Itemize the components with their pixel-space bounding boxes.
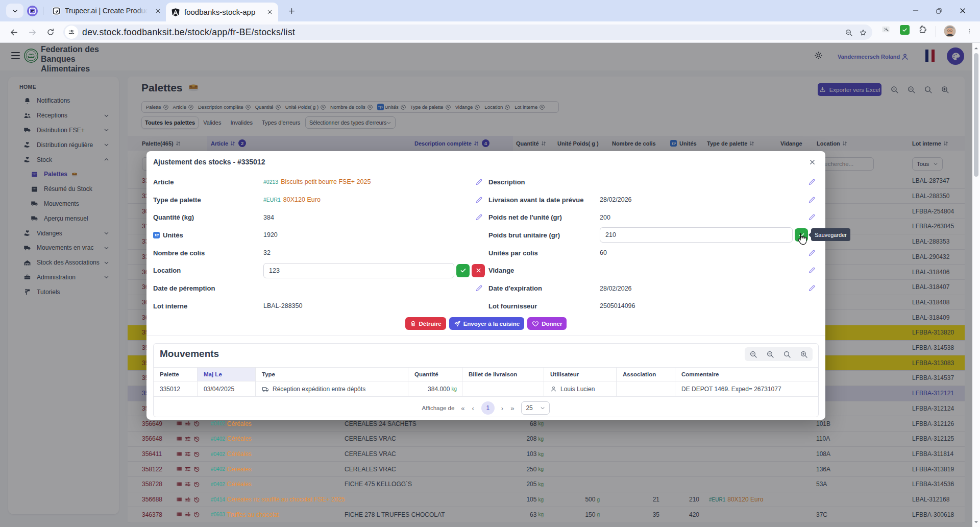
- edit-pencil-icon[interactable]: [808, 267, 816, 274]
- zoom-indicator-icon[interactable]: [845, 28, 853, 37]
- edit-pencil-icon[interactable]: [808, 249, 816, 257]
- check-extension-icon[interactable]: [900, 25, 910, 35]
- send-icon: [454, 320, 461, 327]
- capture-extension-icon[interactable]: [881, 25, 890, 34]
- prev-page-icon[interactable]: ‹: [472, 404, 475, 412]
- trash-icon: [410, 320, 416, 327]
- save-tooltip: Sauvegarder: [811, 228, 850, 241]
- column-header[interactable]: Utilisateur: [544, 368, 617, 381]
- first-page-icon[interactable]: «: [461, 404, 465, 412]
- tabstrip-separator: [43, 7, 43, 15]
- screen: Trupeer.ai | Create Product Vide foodban…: [0, 0, 980, 527]
- scroll-down-arrow[interactable]: [972, 518, 980, 526]
- last-page-icon[interactable]: »: [510, 404, 514, 412]
- edit-pencil-icon[interactable]: [808, 178, 816, 186]
- tab-title: foodbanks-stock-app: [184, 8, 256, 16]
- current-page[interactable]: 1: [481, 401, 495, 415]
- next-page-icon[interactable]: ›: [501, 404, 504, 412]
- modal-field-row: Description: [488, 173, 819, 191]
- page-size-select[interactable]: 25: [521, 401, 550, 415]
- scroll-up-arrow[interactable]: [972, 44, 980, 52]
- column-header[interactable]: Billet de livraison: [462, 368, 544, 381]
- destroy-button[interactable]: Détruire: [405, 317, 446, 330]
- mouse-cursor: [795, 232, 808, 246]
- address-bar[interactable]: dev.stock.foodbanksit.be/stock/app/fr-BE…: [63, 25, 872, 40]
- cancel-button[interactable]: [472, 264, 485, 277]
- url-text: dev.stock.foodbanksit.be/stock/app/fr-BE…: [82, 27, 295, 38]
- tab-close-icon[interactable]: [154, 6, 162, 15]
- site-settings-icon[interactable]: [65, 26, 78, 39]
- toolbar-separator: [936, 26, 936, 37]
- record-extension-icon[interactable]: [27, 5, 38, 17]
- zoom-in-icon[interactable]: [800, 350, 808, 358]
- modal-field-row: Poids net de l'unité (gr) 200: [488, 208, 819, 226]
- column-header[interactable]: Association: [617, 368, 675, 381]
- chevron-down-icon: [540, 405, 545, 411]
- modal-field-row: Poids brut unitaire (gr) 210: [488, 226, 819, 244]
- donate-button[interactable]: Donner: [527, 317, 567, 330]
- window-restore-button[interactable]: [935, 0, 943, 21]
- zoom-out-icon[interactable]: [766, 350, 774, 358]
- bookmark-star-icon[interactable]: [859, 28, 867, 37]
- gross-weight-input[interactable]: 210: [600, 227, 793, 243]
- column-header[interactable]: Quantité: [408, 368, 462, 381]
- modal-field-row: Unités par colis 60: [488, 244, 819, 262]
- profile-avatar[interactable]: [944, 25, 956, 37]
- extensions-puzzle-icon[interactable]: [918, 25, 927, 34]
- edit-pencil-icon[interactable]: [475, 196, 483, 204]
- edit-pencil-icon[interactable]: [808, 213, 816, 221]
- browser-menu-icon[interactable]: [966, 26, 972, 37]
- person-icon: [550, 386, 557, 392]
- modal-field-row: Lot fournisseur 2505014096: [488, 297, 819, 315]
- column-header[interactable]: Commentaire: [675, 368, 819, 381]
- browser-tabstrip: Trupeer.ai | Create Product Vide foodban…: [0, 0, 980, 21]
- modal-field-row: Livraison avant la date prévue 28/02/202…: [488, 191, 819, 209]
- heart-icon: [532, 320, 539, 327]
- reload-button[interactable]: [44, 26, 57, 39]
- mouvements-zoom-toolbar: [745, 347, 813, 361]
- browser-toolbar: dev.stock.foodbanksit.be/stock/app/fr-BE…: [0, 21, 980, 43]
- edit-pencil-icon[interactable]: [475, 178, 483, 186]
- trupeer-favicon: [52, 6, 61, 16]
- back-button[interactable]: [7, 26, 20, 39]
- confirm-button[interactable]: [456, 264, 470, 277]
- tab-search-button[interactable]: [6, 4, 23, 18]
- modal-field-row: Date d'expiration 28/02/2026: [488, 279, 819, 297]
- forward-button[interactable]: [26, 26, 39, 39]
- edit-pencil-icon[interactable]: [475, 284, 483, 292]
- window-close-button[interactable]: [959, 0, 967, 21]
- edit-pencil-icon[interactable]: [808, 284, 816, 292]
- tab-close-icon[interactable]: [265, 8, 274, 17]
- browser-tab-trupeer[interactable]: Trupeer.ai | Create Product Vide: [47, 3, 162, 18]
- edit-pencil-icon[interactable]: [475, 213, 483, 221]
- vertical-scrollbar[interactable]: [972, 43, 980, 527]
- edit-pencil-icon[interactable]: [808, 196, 816, 204]
- modal-title: Ajustement des stocks - #335012: [153, 158, 265, 166]
- column-header[interactable]: Palette: [153, 368, 198, 381]
- angular-favicon: [171, 7, 180, 17]
- modal-field-row: Vidange: [488, 262, 819, 280]
- scrollbar-thumb[interactable]: [974, 53, 978, 177]
- zoom-out-icon[interactable]: [749, 350, 757, 358]
- tab-title: Trupeer.ai | Create Product Vide: [65, 7, 148, 15]
- browser-tab-foodbanks[interactable]: foodbanks-stock-app: [166, 3, 278, 21]
- units-icon: [153, 232, 160, 238]
- send-to-kitchen-button[interactable]: Envoyer à la cuisine: [449, 317, 525, 330]
- zoom-reset-icon[interactable]: [783, 350, 791, 358]
- window-minimize-button[interactable]: [912, 0, 920, 21]
- modal-close-icon[interactable]: [808, 157, 816, 166]
- new-tab-button[interactable]: [286, 5, 297, 16]
